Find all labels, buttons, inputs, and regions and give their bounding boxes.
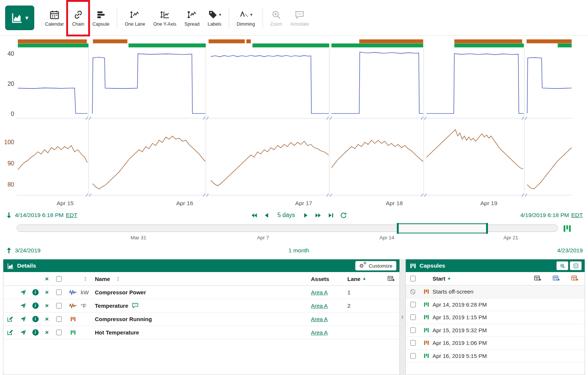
pan-back-button[interactable] xyxy=(263,212,270,219)
timezone-link[interactable]: EDT xyxy=(571,212,583,219)
assets-column-header[interactable]: Assets xyxy=(311,276,344,282)
remove-icon[interactable]: × xyxy=(45,329,49,336)
item-name[interactable]: Compressor Running xyxy=(95,316,152,322)
capsule-row[interactable]: Apr 15, 2019 5:32 PM xyxy=(406,324,585,337)
start-column-header[interactable]: Start xyxy=(433,275,445,282)
asset-link[interactable]: Area A xyxy=(311,329,328,336)
add-property-column-icon[interactable] xyxy=(571,275,579,282)
capsule-bar[interactable] xyxy=(527,39,572,43)
capsule-bar[interactable] xyxy=(359,39,423,43)
capsule-bar[interactable] xyxy=(558,43,572,48)
capsule-bar[interactable] xyxy=(209,39,245,43)
investigate-start-arrow-icon[interactable] xyxy=(5,247,13,254)
info-icon[interactable]: i xyxy=(32,289,39,295)
timebar-track[interactable] xyxy=(17,224,558,232)
remove-all-icon[interactable]: × xyxy=(45,276,49,282)
capsule-row[interactable]: Apr 16, 2019 1:06 PM xyxy=(406,337,585,350)
capsule-row[interactable]: Apr 14, 2019 6:28 PM xyxy=(406,298,585,311)
investigate-start-date[interactable]: 3/24/2019 xyxy=(15,247,41,254)
capsule-checkbox[interactable] xyxy=(410,340,416,346)
asset-link[interactable]: Area A xyxy=(311,303,328,309)
range-start-arrow-icon[interactable] xyxy=(5,211,13,219)
capsule-time-icon[interactable] xyxy=(562,224,572,233)
add-stat-column-icon[interactable] xyxy=(552,275,560,282)
dimming-button[interactable]: ▾ Dimming xyxy=(232,3,259,32)
capsule-checkbox[interactable] xyxy=(410,327,416,333)
one-lane-button[interactable]: One Lane xyxy=(121,3,149,32)
remove-icon[interactable]: × xyxy=(45,316,49,322)
rocket-icon[interactable] xyxy=(20,302,27,309)
add-column-icon[interactable] xyxy=(387,275,395,283)
edit-icon[interactable] xyxy=(7,329,14,336)
capsule-checkbox[interactable] xyxy=(410,314,416,320)
info-icon[interactable]: i xyxy=(32,316,39,322)
trend-chart[interactable]: 402001009080Apr 15Apr 16Apr 17Apr 18Apr … xyxy=(0,36,588,210)
trend-view-dropdown-button[interactable]: ▾ xyxy=(5,6,34,30)
display-range-duration[interactable]: 5 days xyxy=(277,212,295,219)
capsule-bar[interactable] xyxy=(253,43,329,48)
item-name[interactable]: Hot Temperature xyxy=(95,329,139,336)
select-all-checkbox[interactable] xyxy=(56,276,62,282)
capsule-bar[interactable] xyxy=(18,43,89,48)
name-column-header[interactable]: Name xyxy=(95,276,110,282)
capsule-bar[interactable] xyxy=(18,39,87,43)
capsule-bar[interactable] xyxy=(454,39,522,43)
panel-resize-handle[interactable]: ‖ xyxy=(400,259,405,375)
auto-update-button[interactable] xyxy=(340,212,347,219)
capsule-row[interactable]: Apr 16, 2019 5:15 PM xyxy=(406,350,585,363)
remove-icon[interactable]: × xyxy=(45,289,49,295)
remove-icon[interactable]: × xyxy=(45,303,49,309)
capsule-checkbox[interactable] xyxy=(410,353,416,359)
timebar-selection[interactable] xyxy=(397,223,488,233)
timebar-selection-left-handle[interactable] xyxy=(397,223,399,234)
investigate-duration[interactable]: 1 month xyxy=(41,247,557,254)
sort-icon[interactable] xyxy=(115,276,121,282)
row-checkbox[interactable] xyxy=(56,290,62,295)
capsule-bar[interactable] xyxy=(331,43,423,48)
sort-icon[interactable] xyxy=(83,276,88,282)
rocket-icon[interactable] xyxy=(20,289,27,296)
capsule-bar[interactable] xyxy=(93,39,128,43)
rocket-icon[interactable] xyxy=(20,329,27,336)
info-icon[interactable]: i xyxy=(32,303,39,309)
calendar-button[interactable]: Calendar xyxy=(41,3,68,32)
capsule-checkbox[interactable] xyxy=(410,302,416,307)
timebar-selection-right-handle[interactable] xyxy=(486,223,488,234)
details-row-compressor-running[interactable]: i × Compressor Running Area A xyxy=(3,313,399,326)
pan-to-end-button[interactable] xyxy=(327,212,334,219)
row-checkbox[interactable] xyxy=(56,330,62,335)
row-checkbox[interactable] xyxy=(56,303,62,308)
row-checkbox[interactable] xyxy=(56,316,62,322)
details-row-temperature[interactable]: i × °F Temperature Area A 2 xyxy=(3,299,399,313)
select-all-capsules-checkbox[interactable] xyxy=(410,276,416,281)
customize-button[interactable]: ⚙⚙ Customize xyxy=(355,261,396,271)
one-y-axis-button[interactable]: One Y-Axis xyxy=(149,3,180,32)
edit-icon[interactable] xyxy=(7,316,14,323)
timezone-link[interactable]: EDT xyxy=(66,212,77,219)
add-column-icon[interactable] xyxy=(534,275,542,282)
capsule-bar[interactable] xyxy=(246,39,251,43)
item-name[interactable]: Compressor Power xyxy=(95,289,146,295)
spread-button[interactable]: Spread xyxy=(180,3,203,32)
labels-button[interactable]: ▾ Labels xyxy=(203,3,225,32)
info-icon[interactable]: i xyxy=(32,329,39,336)
asset-link[interactable]: Area A xyxy=(311,289,328,295)
trend-chart-area[interactable]: 402001009080Apr 15Apr 16Apr 17Apr 18Apr … xyxy=(0,36,588,210)
display-range-end[interactable]: 4/19/2019 6:18 PM xyxy=(520,212,569,219)
rocket-icon[interactable] xyxy=(20,316,27,323)
capsule-button[interactable]: Capsule xyxy=(88,3,113,32)
details-row-compressor-power[interactable]: i × kW Compressor Power Area A 1 xyxy=(3,286,399,299)
capsule-row[interactable]: Starts off-screen xyxy=(406,285,585,298)
pan-back-double-button[interactable] xyxy=(251,212,258,219)
chain-button[interactable]: Chain xyxy=(68,3,89,32)
display-range-start[interactable]: 4/14/2019 6:18 PM xyxy=(15,212,64,219)
comment-icon[interactable] xyxy=(132,302,139,309)
capsule-row[interactable]: Apr 15, 2019 1:15 PM xyxy=(406,311,585,324)
capsules-zoom-button[interactable] xyxy=(556,261,568,270)
capsules-collapse-button[interactable] xyxy=(570,261,582,270)
details-row-hot-temperature[interactable]: i × Hot Temperature Area A xyxy=(3,326,399,339)
investigate-end-date[interactable]: 4/23/2019 xyxy=(557,247,583,254)
asset-link[interactable]: Area A xyxy=(311,316,328,322)
capsule-bar[interactable] xyxy=(454,43,524,48)
pan-forward-double-button[interactable] xyxy=(315,212,322,219)
